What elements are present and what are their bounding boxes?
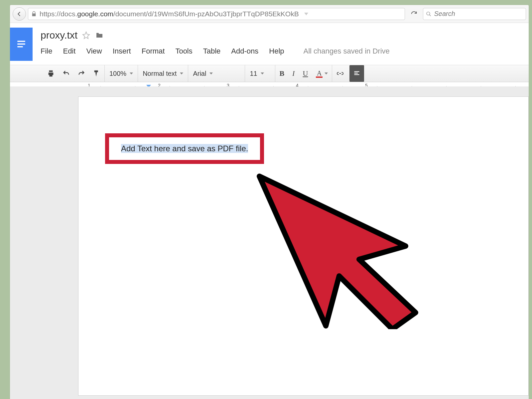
document-page[interactable]: Add Text here and save as PDF file. I: [78, 96, 529, 396]
docs-home-icon: [16, 40, 27, 49]
insert-link-button[interactable]: [332, 65, 348, 82]
search-box[interactable]: [423, 8, 526, 20]
search-icon: [426, 11, 431, 17]
text-color-button[interactable]: A: [312, 65, 332, 82]
undo-icon: [63, 70, 70, 77]
url-text: https://docs.google.com/document/d/19WmS…: [40, 10, 299, 18]
paint-format-button[interactable]: [89, 65, 104, 82]
redo-icon: [78, 70, 85, 77]
document-body-text[interactable]: Add Text here and save as PDF file.: [121, 144, 248, 153]
underline-icon: U: [303, 69, 308, 78]
italic-icon: I: [292, 69, 295, 78]
url-bar[interactable]: https://docs.google.com/document/d/19WmS…: [28, 8, 405, 20]
svg-rect-6: [354, 74, 359, 75]
svg-rect-2: [17, 44, 25, 45]
search-input[interactable]: [434, 10, 523, 18]
dropdown-arrow-icon: [130, 72, 133, 74]
undo-button[interactable]: [59, 65, 74, 82]
menu-help[interactable]: Help: [269, 47, 284, 56]
print-icon: [47, 70, 55, 77]
paint-format-icon: [93, 70, 100, 77]
underline-button[interactable]: U: [299, 65, 312, 82]
menu-file[interactable]: File: [41, 47, 52, 56]
menu-tools[interactable]: Tools: [175, 47, 192, 56]
docs-logo[interactable]: [10, 28, 33, 61]
print-button[interactable]: [43, 65, 59, 82]
align-left-icon: [353, 70, 360, 76]
dropdown-arrow-icon: [325, 72, 328, 74]
redo-button[interactable]: [74, 65, 89, 82]
address-bar: https://docs.google.com/document/d/19WmS…: [10, 5, 529, 23]
link-icon: [336, 70, 344, 77]
text-color-icon: A: [316, 69, 323, 78]
annotation-highlight-box: Add Text here and save as PDF file.: [105, 133, 264, 164]
save-status: All changes saved in Drive: [304, 47, 390, 56]
menu-view[interactable]: View: [86, 47, 102, 56]
font-selector[interactable]: Arial: [188, 65, 245, 82]
zoom-value: 100%: [109, 70, 126, 77]
svg-point-0: [427, 12, 430, 15]
docs-header: proxy.txt File Edit View Insert Format T…: [10, 23, 529, 61]
svg-rect-3: [17, 46, 23, 48]
bold-icon: B: [279, 69, 284, 78]
menu-edit[interactable]: Edit: [63, 47, 75, 56]
dropdown-arrow-icon: [261, 72, 264, 74]
document-title[interactable]: proxy.txt: [41, 30, 77, 41]
align-button[interactable]: [349, 65, 364, 82]
back-button[interactable]: [13, 7, 26, 21]
reload-icon: [410, 10, 418, 18]
dropdown-arrow-icon: [209, 72, 213, 74]
style-value: Normal text: [143, 70, 177, 77]
font-size-value: 11: [250, 70, 257, 77]
svg-rect-5: [354, 73, 358, 73]
svg-rect-1: [17, 41, 25, 42]
lock-icon: [31, 11, 37, 17]
menu-bar: File Edit View Insert Format Tools Table…: [41, 47, 529, 56]
font-size-selector[interactable]: 11: [245, 65, 275, 82]
browser-window: https://docs.google.com/document/d/19WmS…: [10, 5, 529, 399]
menu-insert[interactable]: Insert: [113, 47, 131, 56]
zoom-selector[interactable]: 100%: [105, 65, 138, 82]
reload-button[interactable]: [408, 8, 420, 20]
dropdown-arrow-icon: [180, 72, 183, 74]
bold-button[interactable]: B: [275, 65, 288, 82]
url-dropdown-icon[interactable]: [304, 13, 308, 15]
menu-table[interactable]: Table: [203, 47, 221, 56]
text-cursor-icon: I: [300, 263, 303, 274]
svg-rect-4: [354, 71, 359, 72]
menu-addons[interactable]: Add-ons: [231, 47, 258, 56]
font-value: Arial: [193, 70, 206, 77]
menu-format[interactable]: Format: [142, 47, 165, 56]
back-arrow-icon: [16, 11, 22, 17]
star-icon[interactable]: [82, 31, 90, 39]
canvas-area: Add Text here and save as PDF file. I: [10, 86, 529, 399]
folder-icon[interactable]: [95, 31, 104, 39]
toolbar: 100% Normal text Arial 11 B I U A: [10, 65, 529, 82]
style-selector[interactable]: Normal text: [138, 65, 188, 82]
italic-button[interactable]: I: [288, 65, 299, 82]
